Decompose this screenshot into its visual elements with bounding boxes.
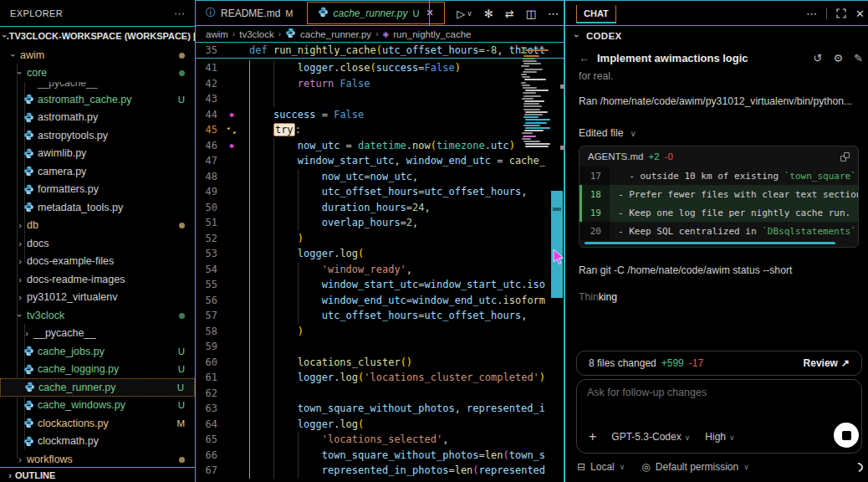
attach-plus-button[interactable]: + [589, 429, 596, 444]
edited-file-toggle[interactable]: Edited file ∨ [579, 127, 636, 139]
code-area[interactable]: 41 logger.close(success=False)42 return … [196, 60, 564, 482]
chat-input[interactable] [587, 387, 851, 415]
tree-item-metadata-tools-py[interactable]: metadata_tools.py [0, 198, 195, 217]
breadcrumb-folder[interactable]: awim [206, 29, 228, 39]
breadcrumb-file[interactable]: cache_runner.py [300, 29, 371, 39]
code-line-46[interactable]: 46◆ now_utc = datetime.now(timezone.utc) [196, 138, 564, 154]
minimap-mark [524, 79, 546, 80]
split-editor-icon[interactable]: ◫ [526, 8, 536, 20]
minimap-mark [522, 132, 533, 134]
tree-item-docs-example-files[interactable]: ›docs-example-files [0, 253, 195, 271]
tree-item-clockactions-py[interactable]: clockactions.pyM [0, 414, 195, 433]
code-line-41[interactable]: 41 logger.close(success=False) [196, 60, 564, 76]
indent-guide [249, 324, 250, 340]
tree-item-astromath-py[interactable]: astromath.py [0, 109, 195, 127]
environment-selector[interactable]: ⊟Local∨ [577, 461, 625, 473]
minimap[interactable] [519, 44, 551, 482]
code-line-52[interactable]: 52 ) [196, 231, 564, 247]
close-icon[interactable]: ✕ [426, 8, 433, 18]
sticky-scroll-line[interactable]: 35def run_nightly_cache(utc_offset_hours… [196, 43, 564, 59]
code-line-66[interactable]: 66 town_square_without_photos=len(town_s [196, 448, 564, 464]
review-link[interactable]: Review↗ [804, 357, 850, 369]
stop-button[interactable] [834, 423, 859, 448]
more-actions-icon[interactable]: ⋯ [806, 8, 817, 20]
gear-icon[interactable]: ⚙ [833, 52, 843, 64]
code-line-48[interactable]: 48 now_utc=now_utc, [196, 169, 564, 185]
outline-section[interactable]: › OUTLINE [0, 467, 195, 482]
line-number: 63 [196, 403, 217, 414]
diff-horizontal-scrollbar[interactable] [585, 242, 835, 244]
code-line-60[interactable]: 60 locations_cluster() [196, 355, 564, 371]
maximize-icon[interactable] [836, 8, 846, 18]
code-line-56[interactable]: 56 window_end_utc=window_end_utc.isoform [196, 293, 564, 309]
tab-cache-runner[interactable]: cache_runner.py U ✕ [307, 2, 445, 24]
code-line-45[interactable]: 45✦✦ try: [196, 122, 564, 138]
code-line-50[interactable]: 50 duration_hours=24, [196, 200, 564, 216]
code-line-57[interactable]: 57 utc_offset_hours=utc_offset_hours, [196, 308, 564, 324]
tree-item-camera-py[interactable]: camera.py [0, 162, 195, 181]
tree-item-astropytools-py[interactable]: astropytools.py [0, 126, 195, 145]
code-line-58[interactable]: 58 ) [196, 324, 564, 340]
tree-item-cache-logging-py[interactable]: cache_logging.pyU [0, 361, 195, 379]
breadcrumb-folder[interactable]: tv3clock [239, 29, 274, 39]
tree-item-docs[interactable]: ›docs [0, 234, 195, 253]
code-line-49[interactable]: 49 utc_offset_hours=utc_offset_hours, [196, 184, 564, 200]
model-selector[interactable]: GPT-5.3-Codex∨ [611, 431, 690, 443]
tree-item-cache-windows-py[interactable]: cache_windows.pyU [0, 397, 195, 415]
code-line-35[interactable]: 35def run_nightly_cache(utc_offset_hours… [196, 43, 564, 59]
tree-item-clockmath-py[interactable]: clockmath.py [0, 433, 195, 451]
code-line-44[interactable]: 44◆ success = False [196, 107, 564, 123]
copy-icon[interactable] [840, 152, 850, 162]
gutter-decorations [217, 324, 249, 340]
tab-chat[interactable]: CHAT [576, 5, 616, 23]
code-line-62[interactable]: 62 [196, 386, 564, 402]
tree-item-astromath-cache-py[interactable]: astromath_cache.pyU [0, 90, 195, 109]
codex-section-header[interactable]: › CODEX [572, 31, 621, 41]
tree-item-docs-readme-images[interactable]: ›docs-readme-images [0, 270, 195, 289]
tree-item--pycache-[interactable]: __pycache__ [0, 82, 195, 90]
tree-item-formatters-py[interactable]: formatters.py [0, 181, 195, 199]
permission-selector[interactable]: ◎Default permission∨ [641, 461, 748, 473]
tab-readme[interactable]: ⓘ README.md M [196, 1, 304, 25]
code-line-64[interactable]: 64 logger.log( [196, 417, 564, 433]
tree-item--pycache-[interactable]: ›__pycache__ [0, 325, 195, 343]
run-button[interactable]: ▷∨ [457, 8, 472, 20]
more-actions-icon[interactable]: ⋯ [548, 8, 559, 20]
code-line-67[interactable]: 67 represented_in_photos=len(represented [196, 463, 564, 479]
tree-item-cache-runner-py[interactable]: cache_runner.pyU [0, 378, 195, 397]
effort-selector[interactable]: High∨ [705, 431, 734, 443]
code-line-65[interactable]: 65 'locations_selected', [196, 432, 564, 448]
tree-item-awim[interactable]: ›awim [0, 46, 195, 64]
editor-scrollbar[interactable] [551, 191, 563, 298]
code-line-55[interactable]: 55 window_start_utc=window_start_utc.iso [196, 277, 564, 293]
tree-item-cache-jobs-py[interactable]: cache_jobs.pyU [0, 342, 195, 361]
code-line-53[interactable]: 53 logger.log( [196, 246, 564, 262]
tree-item-workflows[interactable]: ›workflows [0, 450, 195, 467]
code-line-47[interactable]: 47 window_start_utc, window_end_utc = ca… [196, 153, 564, 169]
code-line-54[interactable]: 54 'window_ready', [196, 262, 564, 278]
code-line-42[interactable]: 42 return False [196, 76, 564, 92]
diff-row-19: 19- Keep one log file per nightly cache … [580, 203, 858, 222]
compare-changes-icon[interactable]: ⇄ [505, 8, 514, 20]
code-line-43[interactable]: 43 [196, 91, 564, 107]
close-icon[interactable]: ✕ [855, 8, 865, 20]
code-line-59[interactable]: 59 [196, 339, 564, 355]
code-line-63[interactable]: 63 town_square_without_photos, represent… [196, 401, 564, 417]
tree-item-py31012-virtualenv[interactable]: ›py31012_virtualenv [0, 289, 195, 307]
breadcrumb-symbol[interactable]: run_nightly_cache [393, 29, 471, 39]
tree-item-awimlib-py[interactable]: awimlib.py [0, 145, 195, 163]
back-arrow-icon[interactable]: ← [579, 52, 590, 64]
tree-item-label: astromath_cache.py [38, 94, 132, 105]
indent-guide [249, 417, 250, 433]
new-session-icon[interactable]: ✎ [854, 52, 863, 64]
tree-item-db[interactable]: ›db [0, 217, 195, 235]
explorer-more-actions-icon[interactable]: ··· [174, 7, 185, 19]
indent-guide [298, 277, 299, 293]
history-icon[interactable]: ↺ [814, 52, 823, 64]
codex-icon[interactable]: ✻ [484, 8, 493, 20]
code-line-51[interactable]: 51 overlap_hours=2, [196, 215, 564, 231]
tree-item-core[interactable]: ›core [0, 64, 195, 83]
workspace-root[interactable]: › .TV3CLOCK-WORKSPACE (WORKSPACE) [WS... [0, 27, 195, 45]
tree-item-tv3clock[interactable]: ›tv3clock [0, 306, 195, 325]
code-line-61[interactable]: 61 logger.log('locations_cluster_complet… [196, 370, 564, 386]
